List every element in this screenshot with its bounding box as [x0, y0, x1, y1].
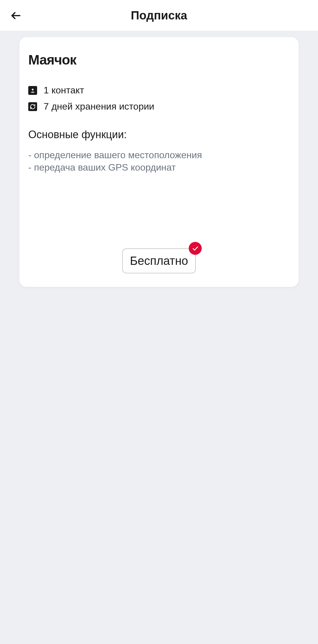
price-option[interactable]: Бесплатно — [122, 248, 196, 273]
back-button[interactable] — [9, 9, 22, 22]
page-title: Подписка — [131, 9, 187, 22]
price-section: Бесплатно — [28, 237, 290, 273]
subscription-card: Маячок 1 контакт 7 дней хранения — [19, 37, 299, 287]
bullet-item: - определение вашего местоположения — [28, 149, 290, 161]
person-icon — [28, 86, 37, 95]
section-title: Основные функции: — [28, 128, 290, 141]
bullet-item: - передача ваших GPS координат — [28, 161, 290, 174]
check-icon — [192, 245, 199, 252]
history-icon — [28, 102, 37, 111]
card-title: Маячок — [28, 52, 290, 68]
arrow-left-icon — [10, 10, 22, 22]
feature-row-history: 7 дней хранения истории — [28, 101, 290, 112]
header: Подписка — [0, 0, 318, 31]
svg-point-1 — [32, 89, 34, 90]
feature-label: 1 контакт — [44, 85, 84, 96]
content-area: Маячок 1 контакт 7 дней хранения — [0, 31, 318, 293]
feature-row-contacts: 1 контакт — [28, 85, 290, 96]
selected-badge — [189, 242, 202, 255]
feature-label: 7 дней хранения истории — [44, 101, 154, 112]
price-label: Бесплатно — [130, 254, 188, 267]
